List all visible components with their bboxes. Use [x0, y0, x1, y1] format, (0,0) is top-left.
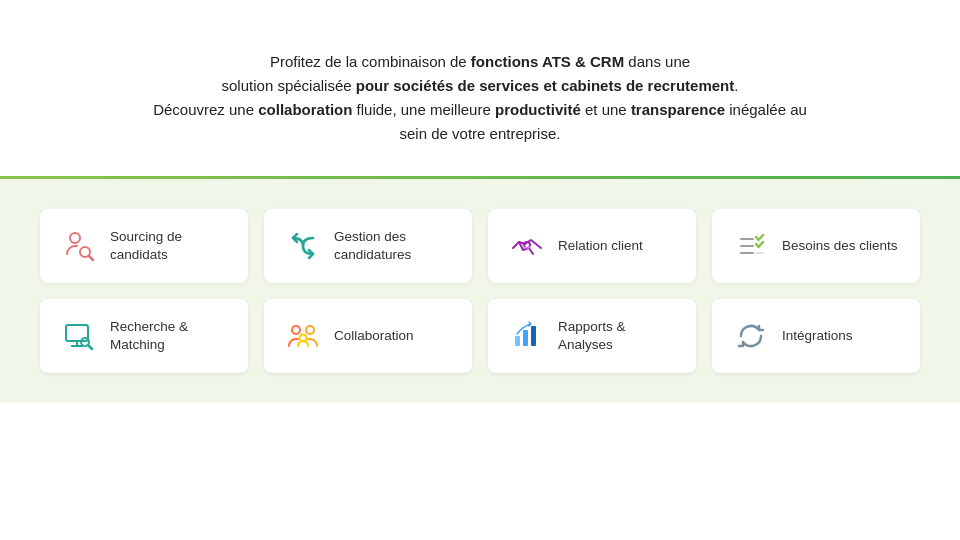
svg-point-13 [292, 326, 300, 334]
recherche-icon [60, 317, 98, 355]
gestion-label: Gestion descandidatures [334, 228, 411, 263]
card-integrations[interactable]: Intégrations [712, 299, 920, 373]
sourcing-label: Sourcing de candidats [110, 228, 228, 263]
svg-point-0 [70, 233, 80, 243]
relation-label: Relation client [558, 237, 643, 255]
cards-row-2: Recherche & Matching Collaboration [40, 299, 920, 373]
svg-line-12 [88, 345, 92, 349]
svg-rect-17 [523, 330, 528, 346]
header-section: Profitez de la combinaison de fonctions … [0, 0, 960, 176]
relation-icon [508, 227, 546, 265]
card-collaboration[interactable]: Collaboration [264, 299, 472, 373]
svg-rect-18 [531, 326, 536, 346]
besoins-label: Besoins des clients [782, 237, 898, 255]
svg-point-14 [306, 326, 314, 334]
svg-line-2 [89, 256, 93, 260]
besoins-icon [732, 227, 770, 265]
rapports-icon [508, 317, 546, 355]
card-rapports[interactable]: Rapports & Analyses [488, 299, 696, 373]
card-gestion[interactable]: Gestion descandidatures [264, 209, 472, 283]
integrations-icon [732, 317, 770, 355]
rapports-label: Rapports & Analyses [558, 318, 676, 353]
integrations-label: Intégrations [782, 327, 853, 345]
collaboration-label: Collaboration [334, 327, 414, 345]
card-besoins[interactable]: Besoins des clients [712, 209, 920, 283]
card-relation[interactable]: Relation client [488, 209, 696, 283]
cards-row-1: Sourcing de candidats Gestion descandida… [40, 209, 920, 283]
gestion-icon [284, 227, 322, 265]
card-sourcing[interactable]: Sourcing de candidats [40, 209, 248, 283]
collaboration-icon [284, 317, 322, 355]
sourcing-icon [60, 227, 98, 265]
cards-section: Sourcing de candidats Gestion descandida… [0, 179, 960, 403]
header-text: Profitez de la combinaison de fonctions … [120, 50, 840, 146]
svg-rect-16 [515, 336, 520, 346]
recherche-label: Recherche & Matching [110, 318, 228, 353]
card-recherche[interactable]: Recherche & Matching [40, 299, 248, 373]
